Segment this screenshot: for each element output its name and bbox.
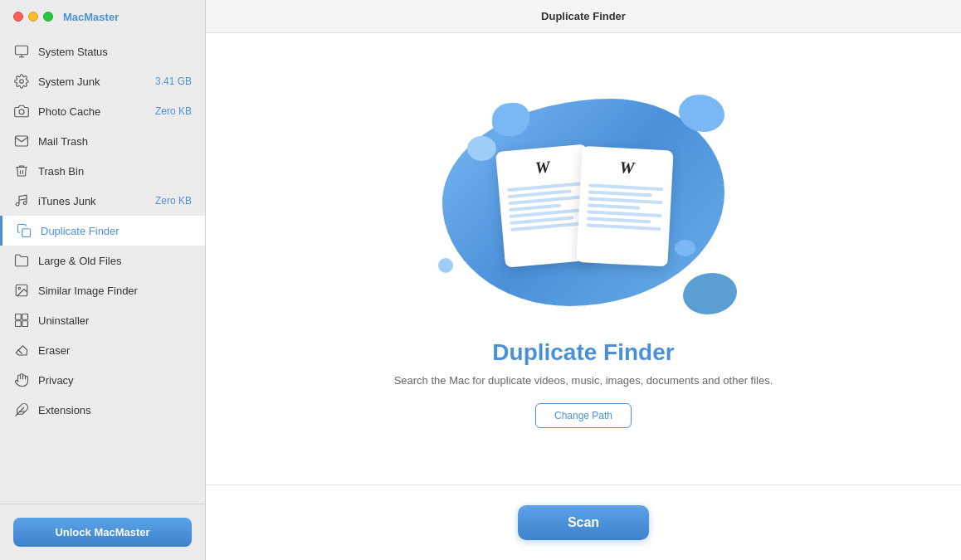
- sidebar-nav: System Status System Junk 3.41 GB Photo …: [0, 33, 205, 504]
- sidebar-item-extensions[interactable]: Extensions: [0, 395, 205, 425]
- svg-point-4: [19, 110, 24, 114]
- main-header: Duplicate Finder: [206, 0, 961, 33]
- svg-rect-12: [22, 314, 28, 320]
- sidebar-item-similar-image[interactable]: Similar Image Finder: [0, 275, 205, 305]
- sidebar-item-badge: 3.41 GB: [155, 75, 192, 87]
- camera-icon: [13, 103, 30, 119]
- doc-icon-1: W: [534, 157, 551, 177]
- monitor-icon: [13, 43, 30, 60]
- svg-rect-13: [16, 321, 22, 327]
- eraser-icon: [13, 342, 30, 358]
- doc-icon-2: W: [619, 158, 635, 178]
- svg-rect-11: [16, 314, 22, 320]
- sidebar-item-label: Similar Image Finder: [38, 285, 192, 297]
- scan-button[interactable]: Scan: [518, 505, 649, 540]
- blob-accent-1: [492, 103, 529, 136]
- sidebar-item-trash-bin[interactable]: Trash Bin: [0, 156, 205, 186]
- blob-accent-6: [675, 240, 695, 256]
- sidebar-item-label: System Status: [38, 46, 192, 58]
- sidebar-item-label: iTunes Junk: [38, 195, 147, 207]
- folder-icon: [13, 252, 30, 269]
- sidebar-item-eraser[interactable]: Eraser: [0, 335, 205, 365]
- blob-accent-5: [683, 273, 737, 314]
- blob-accent-3: [679, 95, 724, 132]
- doc-line: [588, 203, 640, 209]
- change-path-button[interactable]: Change Path: [535, 403, 632, 428]
- doc-line: [588, 183, 663, 191]
- doc-line: [587, 210, 661, 217]
- sidebar: MacMaster System Status System Junk 3.41…: [0, 0, 206, 560]
- svg-rect-0: [16, 46, 28, 55]
- sidebar-header: MacMaster: [0, 0, 205, 33]
- doc-line: [588, 197, 662, 204]
- sidebar-item-badge: Zero KB: [155, 105, 192, 117]
- document-illustration: W W: [492, 149, 675, 265]
- minimize-button[interactable]: [28, 12, 38, 22]
- main-footer: Scan: [206, 485, 961, 560]
- doc-lines-1: [507, 182, 585, 231]
- app-icon: [13, 312, 30, 329]
- sidebar-item-uninstaller[interactable]: Uninstaller: [0, 305, 205, 335]
- sidebar-item-mail-trash[interactable]: Mail Trash: [0, 126, 205, 156]
- doc-line: [587, 217, 651, 223]
- blob-accent-4: [438, 258, 453, 273]
- image-icon: [13, 282, 30, 299]
- sidebar-item-label: Eraser: [38, 344, 192, 357]
- doc-line: [588, 190, 652, 197]
- sidebar-item-label: Privacy: [38, 374, 192, 387]
- sidebar-item-label: System Junk: [38, 75, 147, 88]
- svg-point-3: [20, 80, 24, 84]
- feature-title: Duplicate Finder: [492, 339, 674, 366]
- svg-rect-8: [22, 229, 31, 237]
- feature-illustration: W W: [426, 90, 741, 323]
- sidebar-item-itunes-junk[interactable]: iTunes Junk Zero KB: [0, 186, 205, 216]
- sidebar-item-privacy[interactable]: Privacy: [0, 365, 205, 395]
- doc-line: [509, 203, 561, 211]
- hand-icon: [13, 372, 30, 388]
- sidebar-item-label: Extensions: [38, 404, 192, 416]
- window-title: Duplicate Finder: [541, 10, 626, 22]
- doc-lines-2: [587, 183, 664, 231]
- trash-icon: [13, 163, 30, 179]
- maximize-button[interactable]: [43, 12, 53, 22]
- sidebar-footer: Unlock MacMaster: [0, 504, 205, 560]
- sidebar-item-large-old-files[interactable]: Large & Old Files: [0, 246, 205, 275]
- sidebar-item-system-status[interactable]: System Status: [0, 37, 205, 66]
- svg-line-7: [19, 199, 27, 201]
- mail-icon: [13, 133, 30, 149]
- sidebar-item-label: Duplicate Finder: [41, 225, 192, 237]
- settings-icon: [13, 73, 30, 90]
- main-content: Duplicate Finder W: [206, 0, 961, 560]
- sidebar-item-photo-cache[interactable]: Photo Cache Zero KB: [0, 96, 205, 126]
- svg-rect-14: [22, 321, 28, 327]
- main-body: W W: [206, 33, 961, 485]
- puzzle-icon: [13, 402, 30, 418]
- sidebar-item-label: Large & Old Files: [38, 255, 192, 267]
- sidebar-item-label: Mail Trash: [38, 135, 192, 148]
- sidebar-item-duplicate-finder[interactable]: Duplicate Finder: [0, 216, 205, 246]
- doc-line: [587, 223, 661, 231]
- app-title: MacMaster: [63, 11, 119, 23]
- unlock-button[interactable]: Unlock MacMaster: [13, 518, 192, 547]
- sidebar-item-label: Uninstaller: [38, 314, 192, 327]
- duplicate-icon: [16, 222, 32, 239]
- feature-description: Search the Mac for duplicate videos, mus…: [394, 374, 773, 387]
- traffic-lights: [13, 12, 53, 22]
- sidebar-item-badge: Zero KB: [155, 195, 192, 207]
- svg-point-10: [18, 287, 20, 289]
- sidebar-item-system-junk[interactable]: System Junk 3.41 GB: [0, 66, 205, 96]
- music-icon: [13, 192, 30, 209]
- close-button[interactable]: [13, 12, 23, 22]
- sidebar-item-label: Trash Bin: [38, 165, 192, 178]
- sidebar-item-label: Photo Cache: [38, 105, 147, 118]
- doc-card-2: W: [576, 145, 673, 266]
